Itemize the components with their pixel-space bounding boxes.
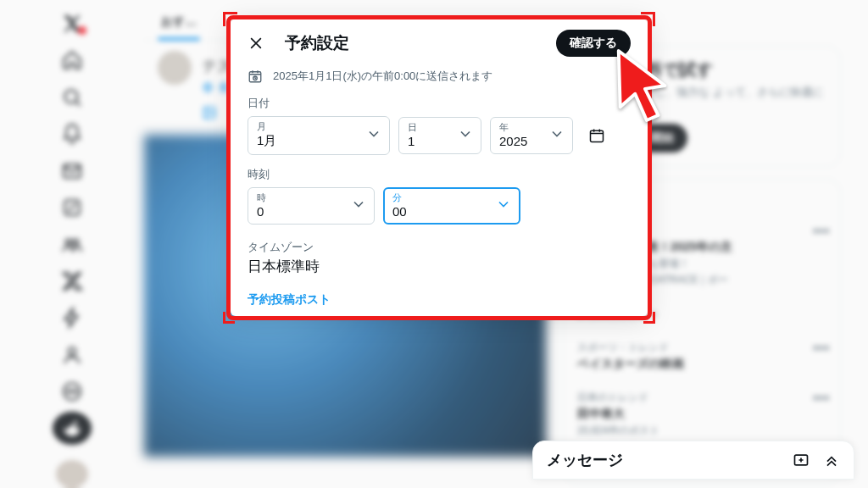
messages-dock-label: メッセージ bbox=[547, 450, 623, 470]
time-section-label: 時刻 bbox=[248, 167, 631, 182]
year-select[interactable]: 年 2025 bbox=[490, 117, 573, 154]
month-value: 1月 bbox=[257, 133, 381, 149]
scheduled-posts-link[interactable]: 予約投稿ポスト bbox=[248, 292, 331, 306]
minute-label: 分 bbox=[392, 191, 511, 204]
minute-select[interactable]: 分 00 bbox=[383, 187, 520, 225]
timezone-label: タイムゾーン bbox=[248, 240, 631, 255]
month-select[interactable]: 月 1月 bbox=[248, 116, 390, 155]
close-button[interactable] bbox=[242, 30, 270, 57]
new-message-icon[interactable] bbox=[793, 452, 810, 469]
timezone-value: 日本標準時 bbox=[248, 257, 631, 276]
schedule-modal: 予約設定 確認する 2025年1月1日(水)の午前0:00に送信されます 日付 … bbox=[226, 15, 652, 320]
confirm-button[interactable]: 確認する bbox=[556, 30, 631, 57]
schedule-summary: 2025年1月1日(水)の午前0:00に送信されます bbox=[273, 69, 492, 84]
month-label: 月 bbox=[257, 120, 381, 133]
chevron-down-icon bbox=[495, 196, 512, 216]
hour-label: 時 bbox=[257, 191, 365, 204]
expand-dock-icon[interactable] bbox=[823, 452, 840, 469]
svg-rect-18 bbox=[591, 130, 604, 141]
modal-title: 予約設定 bbox=[285, 32, 349, 54]
calendar-button[interactable] bbox=[581, 120, 612, 151]
chevron-down-icon bbox=[457, 125, 474, 146]
schedule-icon bbox=[248, 69, 263, 84]
date-section-label: 日付 bbox=[248, 96, 631, 111]
minute-value: 00 bbox=[392, 204, 511, 219]
messages-dock[interactable]: メッセージ bbox=[532, 441, 854, 480]
hour-select[interactable]: 時 0 bbox=[248, 187, 375, 225]
chevron-down-icon bbox=[365, 125, 382, 146]
chevron-down-icon bbox=[548, 125, 565, 146]
chevron-down-icon bbox=[350, 196, 367, 216]
hour-value: 0 bbox=[257, 204, 365, 219]
day-select[interactable]: 日 1 bbox=[398, 117, 481, 154]
